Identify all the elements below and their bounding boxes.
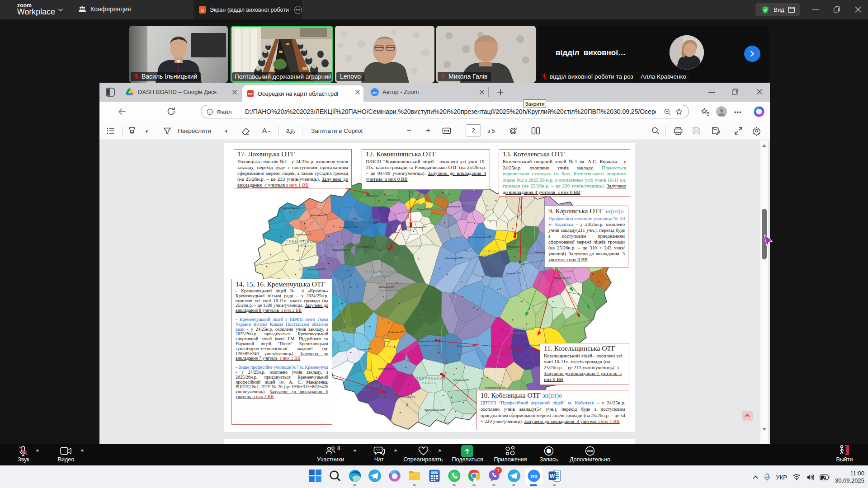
svg-text:Котелевська ОТГ: Котелевська ОТГ <box>507 246 524 248</box>
svg-text:Миргородська ОТГ: Миргородська ОТГ <box>445 257 463 259</box>
svg-text:Заводська ОТГ: Заводська ОТГ <box>387 199 401 201</box>
svg-text:РАЙОН: РАЙОН <box>355 388 370 392</box>
svg-text:РАЙОН: РАЙОН <box>478 253 494 257</box>
svg-text:Шишацька ОТГ: Шишацька ОТГ <box>506 272 521 275</box>
svg-text:Оболонська ОТГ: Оболонська ОТГ <box>378 368 394 370</box>
svg-text:РАЙОН: РАЙОН <box>375 274 391 278</box>
svg-text:ЛОХВИЦЬКИЙ: ЛОХВИЦЬКИЙ <box>375 201 405 205</box>
svg-text:Каратинська ОТГ: Каратинська ОТГ <box>311 214 328 216</box>
svg-text:Лохвицька ОТГ: Лохвицька ОТГ <box>365 195 380 197</box>
svg-text:СЕМЕНІВСЬКИЙ: СЕМЕНІВСЬКИЙ <box>345 384 380 387</box>
svg-text:PDF: PDF <box>248 93 253 95</box>
svg-text:Новосанжарська ОТГ: Новосанжарська ОТГ <box>425 409 445 411</box>
svg-text:РАЙОН: РАЙОН <box>310 272 325 276</box>
svg-text:Кобеляцька ОТГ: Кобеляцька ОТГ <box>453 379 469 381</box>
svg-text:Великобагачанська ОТГ: Великобагачанська ОТГ <box>468 236 491 239</box>
svg-text:Глобинська ОТГ: Глобинська ОТГ <box>388 331 404 333</box>
svg-text:Пирятинська ОТГ: Пирятинська ОТГ <box>308 268 325 271</box>
svg-text:РАЙОН: РАЙОН <box>422 381 437 385</box>
svg-text:МИРГОРОДСЬКИЙ: МИРГОРОДСЬКИЙ <box>467 249 506 253</box>
svg-text:ГРЕБІНКІВСЬКИЙ: ГРЕБІНКІВСЬКИЙ <box>286 239 325 243</box>
svg-text:Гадяцька ОТГ: Гадяцька ОТГ <box>417 208 431 211</box>
svg-text:W: W <box>550 473 555 479</box>
svg-text:РАЙОН: РАЙОН <box>298 244 313 248</box>
svg-text:Новооржицька ОТГ: Новооржицька ОТГ <box>332 249 351 251</box>
svg-text:Безкоролівська ОТГ: Безкоролівська ОТГ <box>283 207 302 209</box>
svg-text:Хорольська ОТГ: Хорольська ОТГ <box>378 286 395 288</box>
svg-text:РАЙОН: РАЙОН <box>354 222 369 226</box>
svg-text:ХОРОЛЬСЬКИЙ: ХОРОЛЬСЬКИЙ <box>366 270 399 273</box>
svg-text:Гребінківська ОТГ: Гребінківська ОТГ <box>358 246 375 248</box>
svg-text:ЧОРНУХИНСЬКИЙ: ЧОРНУХИНСЬКИЙ <box>342 218 382 221</box>
svg-text:КУБИНСЬКИЙ: КУБИНСЬКИЙ <box>392 244 422 248</box>
svg-text:рубанівська ОТГ: рубанівська ОТГ <box>296 234 312 236</box>
svg-text:Козельщинська ОТГ: Козельщинська ОТГ <box>418 340 438 343</box>
svg-text:Опішнянська ОТГ: Опішнянська ОТГ <box>554 277 571 279</box>
svg-text:zm: zm <box>530 474 538 479</box>
svg-text:РАЙОН: РАЙОН <box>512 331 528 335</box>
svg-text:Чорнухинська ОТГ: Чорнухинська ОТГ <box>339 226 357 229</box>
svg-text:КОБЕЛЯЦЬКИЙ: КОБЕЛЯЦЬКИЙ <box>413 376 446 380</box>
svg-text:Градизька ОТГ: Градизька ОТГ <box>357 348 372 351</box>
svg-text:МАШІВСЬКИЙ: МАШІВСЬКИЙ <box>505 327 535 330</box>
svg-text:Кременчуцька ОТГ: Кременчуцька ОТГ <box>398 396 416 398</box>
svg-text:Нехворощанська ОТГ: Нехворощанська ОТГ <box>485 387 506 389</box>
svg-text:Краснолуцька ОТГ: Краснолуцька ОТГ <box>447 206 465 208</box>
svg-text:Білоцерківська ОТГ: Білоцерківська ОТГ <box>457 345 476 347</box>
